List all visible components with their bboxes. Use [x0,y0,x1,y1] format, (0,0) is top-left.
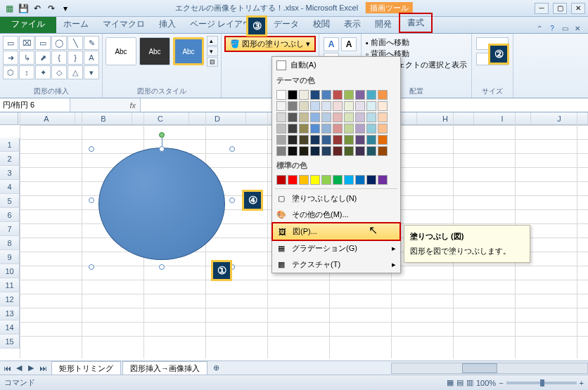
more-colors-item[interactable]: 🎨その他の色(M)... [272,207,400,223]
color-swatch[interactable] [299,175,309,185]
shape-edit-icon[interactable]: ✎ [84,36,99,50]
row-header[interactable]: 10 [0,264,20,278]
shape-arrowblock-icon[interactable]: ⬈ [35,51,51,65]
color-swatch[interactable] [366,101,376,111]
color-swatch[interactable] [276,90,286,100]
color-swatch[interactable] [288,124,298,134]
color-swatch[interactable] [333,135,343,145]
color-swatch[interactable] [288,135,298,145]
shape-connector-icon[interactable]: ↳ [19,51,34,65]
resize-handle-e[interactable] [229,146,235,152]
color-swatch[interactable] [288,101,298,111]
tab-developer[interactable]: 開発 [368,15,399,33]
color-swatch[interactable] [310,101,320,111]
shape-rect2-icon[interactable]: ▭ [35,36,51,50]
row-header[interactable]: 9 [0,250,20,264]
color-swatch[interactable] [366,112,376,122]
sheet-prev-icon[interactable]: ◀ [13,363,25,374]
tab-file[interactable]: ファイル [0,15,56,33]
scrollbar-thumb[interactable] [462,363,497,373]
row-header[interactable]: 8 [0,236,20,250]
zoom-slider[interactable] [506,382,577,384]
select-all-corner[interactable] [0,112,18,124]
sheet-tab-1[interactable]: 矩形トリミング [51,361,121,375]
fx-label[interactable]: fx [70,98,141,112]
zoom-out-icon[interactable]: − [499,379,503,387]
color-swatch[interactable] [333,146,343,156]
color-swatch[interactable] [310,112,320,122]
shape-diamond-icon[interactable]: ◇ [51,65,67,79]
color-swatch[interactable] [355,101,365,111]
color-swatch[interactable] [333,175,343,185]
color-swatch[interactable] [276,101,286,111]
resize-handle-n[interactable] [159,146,165,152]
zoom-in-icon[interactable]: + [580,379,584,387]
shape-brace2-icon[interactable]: } [68,51,83,65]
minimize-ribbon-icon[interactable]: ⌃ [535,23,544,33]
resize-handle-s[interactable] [159,264,165,270]
shape-oval-icon[interactable]: ◯ [51,36,67,50]
color-swatch[interactable] [378,101,388,111]
row-header[interactable]: 5 [0,194,20,208]
shape-textbox-icon[interactable]: ⌧ [19,36,34,50]
color-swatch[interactable] [366,135,376,145]
resize-handle-e2[interactable] [229,197,235,203]
no-fill-item[interactable]: ▢塗りつぶしなし(N) [272,190,400,207]
tab-insert[interactable]: 挿入 [152,15,183,33]
color-swatch[interactable] [299,101,309,111]
color-swatch[interactable] [310,175,320,185]
color-swatch[interactable] [310,135,320,145]
color-swatch[interactable] [344,101,354,111]
style-preset-2[interactable]: Abc [139,37,170,65]
color-swatch[interactable] [310,90,320,100]
color-swatch[interactable] [333,112,343,122]
tab-review[interactable]: 校閲 [306,15,337,33]
color-swatch[interactable] [378,124,388,134]
color-swatch[interactable] [344,135,354,145]
window-restore-icon[interactable]: ▭ [560,23,570,33]
color-swatch[interactable] [276,175,286,185]
color-swatch[interactable] [366,175,376,185]
color-swatch[interactable] [366,146,376,156]
shape-brace-icon[interactable]: { [51,51,67,65]
style-more-icon[interactable]: ⊟ [207,57,218,67]
color-swatch[interactable] [366,124,376,134]
row-header[interactable]: 14 [0,320,20,334]
style-scroll-down-icon[interactable]: ▾ [207,46,218,56]
color-swatch[interactable] [276,135,286,145]
zoom-level[interactable]: 100% [476,379,496,387]
rotation-handle[interactable] [159,132,165,138]
tab-mymacro[interactable]: マイマクロ [96,15,152,33]
color-swatch[interactable] [321,101,331,111]
color-swatch[interactable] [299,90,309,100]
picture-fill-item[interactable]: 🖼図(P)... [271,222,401,241]
view-layout-icon[interactable]: ▤ [456,378,464,387]
zoom-slider-thumb[interactable] [540,379,544,386]
shape-textbox2-icon[interactable]: A [84,51,99,65]
redo-icon[interactable]: ↷ [45,2,58,15]
color-swatch[interactable] [355,135,365,145]
color-swatch[interactable] [355,112,365,122]
color-swatch[interactable] [276,124,286,134]
row-header[interactable]: 3 [0,166,20,180]
shape-selection-frame[interactable] [91,134,232,267]
color-swatch[interactable] [321,175,331,185]
view-normal-icon[interactable]: ▦ [447,378,454,387]
sheet-last-icon[interactable]: ⏭ [37,363,49,374]
color-swatch[interactable] [299,112,309,122]
shape-more-icon[interactable]: ▾ [84,65,99,79]
color-swatch[interactable] [288,146,298,156]
close-button[interactable]: ✕ [571,3,585,14]
sheet-next-icon[interactable]: ▶ [25,363,37,374]
color-swatch[interactable] [288,90,298,100]
shape-hex-icon[interactable]: ⬡ [3,65,18,79]
help-icon[interactable]: ? [547,23,557,33]
color-swatch[interactable] [299,124,309,134]
tab-home[interactable]: ホーム [56,15,96,33]
color-swatch[interactable] [333,124,343,134]
gradient-item[interactable]: ▦グラデーション(G)▸ [272,240,400,256]
color-swatch[interactable] [299,146,309,156]
maximize-button[interactable]: ▢ [553,3,567,14]
color-swatch[interactable] [288,112,298,122]
color-swatch[interactable] [355,124,365,134]
